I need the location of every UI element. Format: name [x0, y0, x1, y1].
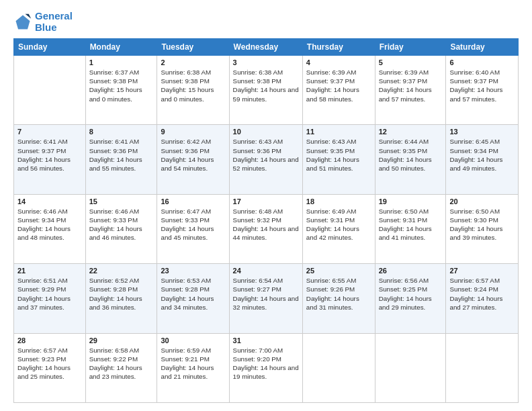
calendar-cell: 18Sunrise: 6:49 AMSunset: 9:31 PMDayligh… [302, 194, 375, 263]
day-info: Sunrise: 6:39 AMSunset: 9:37 PMDaylight:… [306, 68, 371, 103]
day-number: 20 [449, 197, 515, 205]
calendar-week-row: 28Sunrise: 6:57 AMSunset: 9:23 PMDayligh… [14, 333, 519, 402]
calendar-cell [446, 333, 519, 402]
calendar-cell: 20Sunrise: 6:50 AMSunset: 9:30 PMDayligh… [446, 194, 519, 263]
day-info: Sunrise: 6:56 AMSunset: 9:25 PMDaylight:… [379, 276, 443, 312]
day-number: 17 [233, 197, 299, 205]
day-info: Sunrise: 6:40 AMSunset: 9:37 PMDaylight:… [449, 68, 515, 103]
day-info: Sunrise: 6:44 AMSunset: 9:35 PMDaylight:… [379, 137, 443, 173]
day-info: Sunrise: 6:45 AMSunset: 9:34 PMDaylight:… [449, 137, 515, 173]
weekday-header-monday: Monday [85, 39, 157, 56]
calendar-cell: 8Sunrise: 6:41 AMSunset: 9:36 PMDaylight… [85, 125, 157, 194]
calendar-week-row: 1Sunrise: 6:37 AMSunset: 9:38 PMDaylight… [14, 56, 519, 125]
day-info: Sunrise: 6:52 AMSunset: 9:28 PMDaylight:… [89, 276, 154, 312]
day-info: Sunrise: 6:57 AMSunset: 9:23 PMDaylight:… [17, 346, 82, 381]
calendar-cell: 23Sunrise: 6:53 AMSunset: 9:28 PMDayligh… [157, 264, 229, 333]
page: General Blue SundayMondayTuesdayWednesda… [0, 0, 532, 411]
day-info: Sunrise: 6:37 AMSunset: 9:38 PMDaylight:… [89, 68, 154, 103]
calendar-week-row: 7Sunrise: 6:41 AMSunset: 9:37 PMDaylight… [14, 125, 519, 194]
logo-icon [13, 13, 32, 32]
day-number: 15 [89, 197, 154, 205]
day-number: 26 [379, 267, 443, 275]
day-info: Sunrise: 6:39 AMSunset: 9:37 PMDaylight:… [379, 68, 443, 103]
day-number: 14 [17, 197, 82, 205]
day-info: Sunrise: 6:43 AMSunset: 9:36 PMDaylight:… [233, 137, 299, 173]
day-number: 2 [161, 58, 225, 66]
day-info: Sunrise: 6:42 AMSunset: 9:36 PMDaylight:… [161, 137, 225, 173]
day-info: Sunrise: 6:46 AMSunset: 9:33 PMDaylight:… [89, 207, 154, 242]
day-number: 24 [233, 267, 299, 275]
day-info: Sunrise: 6:46 AMSunset: 9:34 PMDaylight:… [17, 207, 82, 242]
svg-marker-0 [16, 15, 30, 29]
day-info: Sunrise: 6:58 AMSunset: 9:22 PMDaylight:… [89, 346, 154, 381]
calendar-cell [302, 333, 375, 402]
calendar-cell: 25Sunrise: 6:55 AMSunset: 9:26 PMDayligh… [302, 264, 375, 333]
day-number: 16 [161, 197, 225, 205]
calendar-cell: 27Sunrise: 6:57 AMSunset: 9:24 PMDayligh… [446, 264, 519, 333]
calendar-cell: 16Sunrise: 6:47 AMSunset: 9:33 PMDayligh… [157, 194, 229, 263]
calendar-cell: 6Sunrise: 6:40 AMSunset: 9:37 PMDaylight… [446, 56, 519, 125]
header: General Blue [13, 11, 519, 33]
day-info: Sunrise: 6:47 AMSunset: 9:33 PMDaylight:… [161, 207, 225, 242]
calendar-cell: 12Sunrise: 6:44 AMSunset: 9:35 PMDayligh… [375, 125, 446, 194]
logo-text: General Blue [35, 11, 73, 33]
day-info: Sunrise: 6:53 AMSunset: 9:28 PMDaylight:… [161, 276, 225, 312]
day-number: 29 [89, 336, 154, 345]
day-number: 27 [449, 267, 515, 275]
calendar-cell: 14Sunrise: 6:46 AMSunset: 9:34 PMDayligh… [14, 194, 86, 263]
day-number: 10 [233, 128, 299, 136]
day-number: 5 [379, 58, 443, 66]
day-number: 31 [233, 336, 299, 345]
day-number: 12 [379, 128, 443, 136]
calendar-table: SundayMondayTuesdayWednesdayThursdayFrid… [13, 38, 519, 403]
day-number: 28 [17, 336, 82, 345]
weekday-header-row: SundayMondayTuesdayWednesdayThursdayFrid… [14, 39, 519, 56]
day-info: Sunrise: 6:57 AMSunset: 9:24 PMDaylight:… [449, 276, 515, 312]
calendar-cell: 13Sunrise: 6:45 AMSunset: 9:34 PMDayligh… [446, 125, 519, 194]
weekday-header-saturday: Saturday [446, 39, 519, 56]
day-number: 30 [161, 336, 225, 345]
calendar-cell [14, 56, 86, 125]
day-number: 11 [306, 128, 371, 136]
weekday-header-thursday: Thursday [302, 39, 375, 56]
day-number: 25 [306, 267, 371, 275]
day-info: Sunrise: 6:38 AMSunset: 9:38 PMDaylight:… [161, 68, 225, 103]
day-number: 9 [161, 128, 225, 136]
calendar-cell: 31Sunrise: 7:00 AMSunset: 9:20 PMDayligh… [229, 333, 302, 402]
day-number: 8 [89, 128, 154, 136]
calendar-cell: 17Sunrise: 6:48 AMSunset: 9:32 PMDayligh… [229, 194, 302, 263]
calendar-cell: 28Sunrise: 6:57 AMSunset: 9:23 PMDayligh… [14, 333, 86, 402]
calendar-week-row: 21Sunrise: 6:51 AMSunset: 9:29 PMDayligh… [14, 264, 519, 333]
weekday-header-tuesday: Tuesday [157, 39, 229, 56]
calendar-cell: 10Sunrise: 6:43 AMSunset: 9:36 PMDayligh… [229, 125, 302, 194]
calendar-cell: 7Sunrise: 6:41 AMSunset: 9:37 PMDaylight… [14, 125, 86, 194]
day-number: 7 [17, 128, 82, 136]
day-number: 22 [89, 267, 154, 275]
calendar-cell: 15Sunrise: 6:46 AMSunset: 9:33 PMDayligh… [85, 194, 157, 263]
day-number: 4 [306, 58, 371, 66]
calendar-cell: 4Sunrise: 6:39 AMSunset: 9:37 PMDaylight… [302, 56, 375, 125]
calendar-cell: 1Sunrise: 6:37 AMSunset: 9:38 PMDaylight… [85, 56, 157, 125]
day-number: 6 [449, 58, 515, 66]
weekday-header-friday: Friday [375, 39, 446, 56]
day-info: Sunrise: 6:55 AMSunset: 9:26 PMDaylight:… [306, 276, 371, 312]
day-info: Sunrise: 6:41 AMSunset: 9:36 PMDaylight:… [89, 137, 154, 173]
day-number: 3 [233, 58, 299, 66]
calendar-cell: 5Sunrise: 6:39 AMSunset: 9:37 PMDaylight… [375, 56, 446, 125]
calendar-week-row: 14Sunrise: 6:46 AMSunset: 9:34 PMDayligh… [14, 194, 519, 263]
day-info: Sunrise: 6:43 AMSunset: 9:35 PMDaylight:… [306, 137, 371, 173]
day-number: 19 [379, 197, 443, 205]
calendar-cell: 21Sunrise: 6:51 AMSunset: 9:29 PMDayligh… [14, 264, 86, 333]
day-info: Sunrise: 6:59 AMSunset: 9:21 PMDaylight:… [161, 346, 225, 381]
weekday-header-sunday: Sunday [14, 39, 86, 56]
logo: General Blue [13, 11, 73, 33]
day-number: 1 [89, 58, 154, 66]
day-info: Sunrise: 7:00 AMSunset: 9:20 PMDaylight:… [233, 346, 299, 381]
day-info: Sunrise: 6:50 AMSunset: 9:31 PMDaylight:… [379, 207, 443, 242]
day-number: 21 [17, 267, 82, 275]
calendar-cell: 2Sunrise: 6:38 AMSunset: 9:38 PMDaylight… [157, 56, 229, 125]
calendar-cell: 24Sunrise: 6:54 AMSunset: 9:27 PMDayligh… [229, 264, 302, 333]
calendar-cell: 11Sunrise: 6:43 AMSunset: 9:35 PMDayligh… [302, 125, 375, 194]
calendar-cell: 22Sunrise: 6:52 AMSunset: 9:28 PMDayligh… [85, 264, 157, 333]
day-number: 13 [449, 128, 515, 136]
